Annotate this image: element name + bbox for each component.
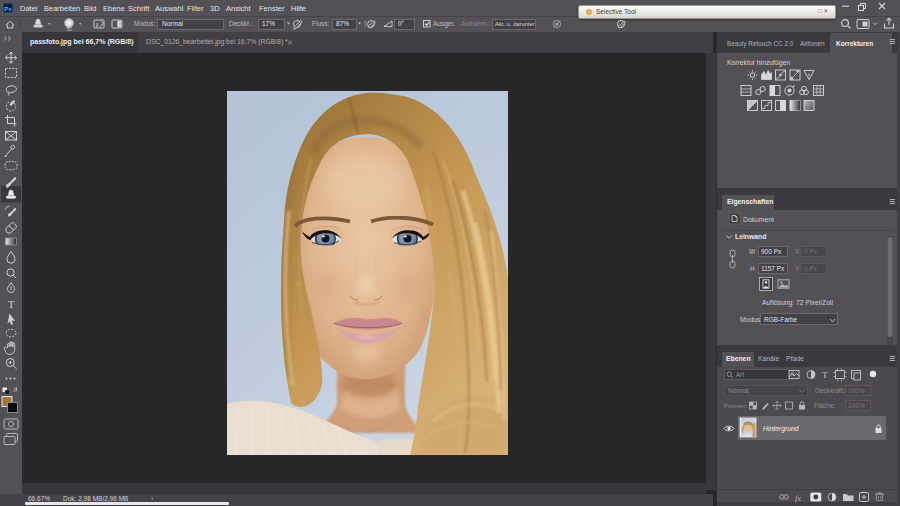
svg-text:T: T bbox=[822, 370, 828, 380]
svg-text:50: 50 bbox=[66, 27, 72, 32]
svg-text:Ps: Ps bbox=[4, 6, 12, 12]
svg-text:T: T bbox=[8, 298, 15, 310]
svg-text:fx: fx bbox=[795, 493, 801, 503]
